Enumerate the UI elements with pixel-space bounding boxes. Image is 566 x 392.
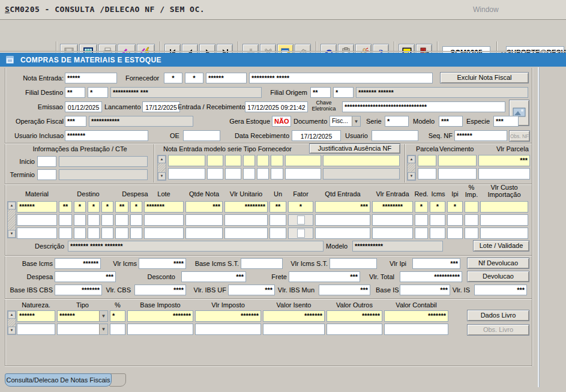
- vlr-ibs-mun-field[interactable]: ***: [319, 285, 370, 295]
- valor-outros-cell[interactable]: [327, 324, 382, 335]
- un-cell[interactable]: [269, 214, 286, 226]
- parcela-cell[interactable]: [418, 168, 436, 179]
- grid-cell[interactable]: **: [115, 201, 128, 213]
- scroll-track[interactable]: [158, 163, 166, 172]
- un-cell[interactable]: [269, 228, 286, 239]
- lancamento-field[interactable]: 17/12/2025: [142, 101, 180, 112]
- terminio-field-1[interactable]: [37, 169, 56, 180]
- icms-cell[interactable]: [430, 214, 445, 226]
- grid-cell[interactable]: [271, 168, 283, 179]
- vlr-custo-cell[interactable]: [480, 228, 528, 239]
- grid-cell[interactable]: [225, 155, 241, 166]
- dados-livro-button[interactable]: Dados Livro: [467, 310, 529, 321]
- vlr-imposto-cell[interactable]: [195, 324, 261, 335]
- qtde-nota-cell[interactable]: [185, 228, 223, 239]
- vlr-unitario-cell[interactable]: [224, 214, 268, 226]
- despesa-field[interactable]: ***: [55, 271, 116, 282]
- devolucao-button[interactable]: Devolucao: [467, 271, 529, 282]
- tipo-dropdown-cell[interactable]: ******▼: [57, 310, 108, 322]
- tipo-dropdown-cell[interactable]: ▼: [57, 324, 108, 335]
- usuario-field[interactable]: [372, 130, 418, 141]
- red-cell[interactable]: *: [415, 201, 428, 213]
- grid-cell[interactable]: [168, 155, 205, 166]
- vlr-unitario-cell[interactable]: [224, 228, 268, 239]
- grid-cell[interactable]: *: [74, 201, 86, 213]
- scroll-up-icon[interactable]: ▲: [8, 311, 16, 319]
- grid-cell[interactable]: [207, 168, 223, 179]
- tab-ghost[interactable]: [109, 373, 126, 387]
- chevron-down-icon[interactable]: ▼: [99, 311, 107, 321]
- parcela-cell[interactable]: [418, 155, 436, 166]
- grid-cell[interactable]: [285, 155, 321, 166]
- base-is-field[interactable]: ***: [400, 285, 450, 295]
- natureza-cell[interactable]: ******: [17, 310, 55, 322]
- filial-destino-field-2[interactable]: *: [88, 87, 108, 98]
- serie-field[interactable]: *: [385, 116, 409, 127]
- grid-cell[interactable]: [130, 228, 142, 239]
- scroll-down-icon[interactable]: ▼: [158, 172, 166, 180]
- grid-cell[interactable]: [115, 228, 128, 239]
- valor-contabil-cell[interactable]: *******: [384, 310, 448, 322]
- oe-field[interactable]: [183, 130, 220, 141]
- fornecedor-field-3[interactable]: ******: [206, 73, 247, 83]
- grid-cell[interactable]: *: [88, 201, 100, 213]
- fornecedor-field-1[interactable]: *: [164, 73, 182, 83]
- justificativa-ausencia-nf-button[interactable]: Justificativa Ausência NF: [309, 143, 400, 154]
- documento-dropdown[interactable]: Fisc... ▼: [330, 116, 361, 127]
- grid-cell[interactable]: [101, 214, 113, 226]
- chevron-down-icon[interactable]: ▼: [352, 116, 360, 126]
- qtd-entrada-cell[interactable]: [315, 214, 370, 226]
- grid-cell[interactable]: [243, 155, 255, 166]
- vlr-icms-field[interactable]: ****: [139, 258, 186, 269]
- vlr-parcela-cell[interactable]: [478, 168, 530, 179]
- nota-modelo-scrollbar[interactable]: ▲▼: [157, 155, 166, 181]
- fator-cell[interactable]: *: [288, 201, 313, 213]
- scroll-down-icon[interactable]: ▼: [8, 327, 16, 334]
- grid-cell[interactable]: [101, 228, 113, 239]
- material-cell[interactable]: [17, 228, 57, 239]
- usuario-inclusao-field[interactable]: *******: [65, 130, 148, 141]
- modelo-field[interactable]: ***: [439, 116, 463, 127]
- grid-cell[interactable]: [323, 155, 400, 166]
- chevron-down-icon[interactable]: ▼: [99, 324, 107, 334]
- scroll-track[interactable]: [8, 319, 16, 327]
- grid-cell[interactable]: [257, 168, 269, 179]
- red-cell[interactable]: [415, 228, 428, 239]
- grid-cell[interactable]: **: [59, 201, 72, 213]
- grid-cell[interactable]: [257, 155, 269, 166]
- nota-entrada-field[interactable]: *****: [65, 73, 117, 83]
- seq-nf-field[interactable]: ******: [454, 130, 507, 141]
- ipi-cell[interactable]: [447, 228, 463, 239]
- base-imposto-cell[interactable]: *******: [127, 310, 193, 322]
- scroll-track[interactable]: [408, 163, 415, 172]
- scroll-track[interactable]: [8, 210, 16, 230]
- vlr-ibs-uf-field[interactable]: ***: [228, 285, 275, 295]
- scroll-down-icon[interactable]: ▼: [8, 230, 16, 238]
- data-recebimento-field[interactable]: 17/12/2025: [292, 130, 341, 141]
- filial-destino-field-1[interactable]: **: [65, 87, 85, 98]
- ipi-cell[interactable]: *: [447, 201, 463, 213]
- chave-eletronica-field[interactable]: ********************************: [342, 101, 505, 112]
- scroll-up-icon[interactable]: ▲: [408, 155, 415, 163]
- qtd-entrada-cell[interactable]: [315, 228, 370, 239]
- vlr-entrada-cell[interactable]: [372, 228, 413, 239]
- scroll-up-icon[interactable]: ▲: [8, 202, 16, 210]
- especie-field[interactable]: ***: [493, 116, 519, 127]
- tab-consulta-delecao[interactable]: Consulta/Delecao De Notas Fiscais: [5, 373, 112, 387]
- lote-cell[interactable]: [144, 214, 184, 226]
- base-icms-field[interactable]: ******: [55, 258, 101, 269]
- grid-cell[interactable]: [74, 228, 86, 239]
- pct-imp-cell[interactable]: [465, 228, 478, 239]
- inicio-field-1[interactable]: [37, 156, 56, 167]
- pct-imp-cell[interactable]: [465, 214, 478, 226]
- grid-cell[interactable]: *: [130, 201, 142, 213]
- vlr-icms-st-field[interactable]: [330, 258, 377, 269]
- fornecedor-field-2[interactable]: *: [185, 73, 203, 83]
- grid-cell[interactable]: [88, 214, 100, 226]
- vencimento-cell[interactable]: [438, 168, 477, 179]
- pct-cell[interactable]: [110, 324, 125, 335]
- pct-imp-cell[interactable]: [465, 201, 478, 213]
- grid-cell[interactable]: [74, 214, 86, 226]
- emissao-field[interactable]: 01/12/2025: [65, 101, 102, 112]
- valor-contabil-cell[interactable]: [384, 324, 448, 335]
